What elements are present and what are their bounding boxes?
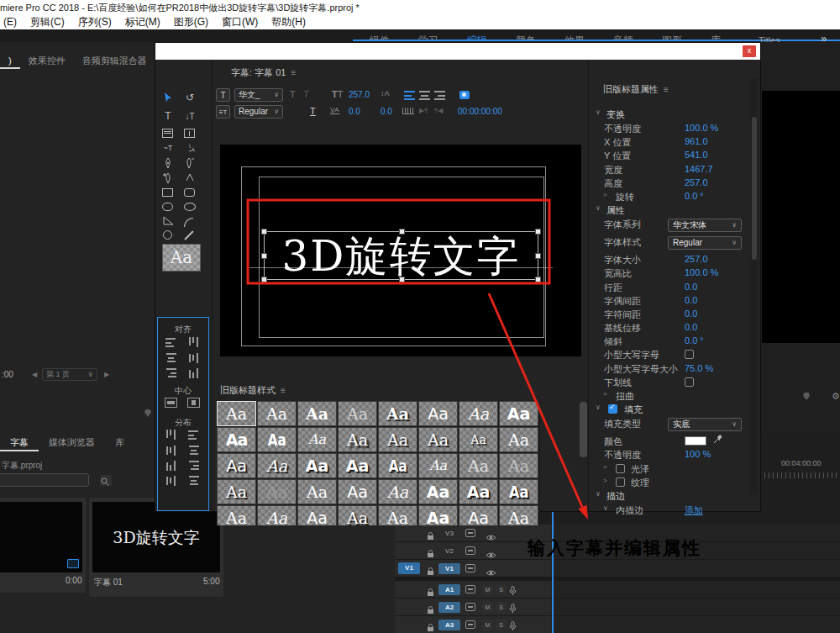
menu-item[interactable]: 窗口(W) [222, 15, 258, 29]
title-style-swatch[interactable]: Aa [297, 505, 337, 525]
title-style-swatch[interactable]: Aa [217, 453, 256, 478]
panel-tab[interactable]: 库 [105, 435, 134, 451]
property-value[interactable]: 0.0 [685, 322, 697, 332]
tab-stops-icon[interactable] [402, 108, 414, 114]
property-checkbox[interactable] [685, 377, 694, 387]
wedge-tool[interactable] [160, 216, 176, 229]
section-title[interactable]: 填充 [624, 404, 643, 416]
selection-handle[interactable] [535, 229, 541, 235]
marker-icon[interactable] [803, 393, 810, 400]
expander-chevron-icon[interactable]: ∨ [596, 108, 601, 116]
property-value[interactable]: 75.0 % [685, 363, 713, 373]
property-value[interactable]: 100.0 % [685, 123, 718, 133]
title-style-swatch[interactable]: Aa [217, 427, 256, 452]
properties-scrollbar[interactable] [751, 78, 758, 494]
selection-tool[interactable] [160, 92, 176, 105]
track-name-badge[interactable]: A2 [438, 602, 460, 613]
dialog-titlebar[interactable]: x [155, 43, 760, 60]
timeline-ruler[interactable]: 0 00:04:00:00 [748, 459, 840, 472]
align-center-button[interactable] [419, 91, 430, 100]
menu-item[interactable]: 帮助(H) [271, 15, 306, 29]
panel-tab[interactable]: 效果控件 [20, 52, 74, 69]
search-icon[interactable] [100, 475, 112, 486]
background-video-button[interactable] [459, 91, 470, 99]
selection-handle[interactable] [261, 277, 267, 282]
title-style-swatch[interactable]: Aa [418, 505, 458, 525]
expander-chevron-icon[interactable]: ∨ [596, 490, 601, 498]
styles-scrollbar[interactable] [580, 402, 587, 457]
area-type-tool[interactable] [162, 129, 173, 138]
property-value[interactable]: 0.0 [685, 295, 697, 305]
title-style-swatch[interactable]: Aa [217, 401, 256, 426]
page-dropdown[interactable]: 第 1 页 ∨ [42, 368, 97, 381]
panel-tab[interactable]: 字幕 [0, 435, 39, 451]
selection-handle[interactable] [261, 253, 267, 259]
line-tool[interactable] [184, 230, 193, 240]
rounded-rectangle-tool[interactable] [184, 188, 195, 197]
expander-chevron-icon[interactable]: > [603, 477, 607, 484]
menu-item[interactable]: 标记(M) [125, 15, 160, 29]
align-horizontal-right-icon[interactable] [165, 368, 176, 377]
property-dropdown[interactable]: Regular∨ [668, 236, 742, 250]
paragraph-type-button[interactable]: ≡T [216, 105, 230, 119]
title-style-swatch[interactable]: Aa [378, 427, 417, 452]
center-vertical-icon[interactable] [187, 398, 200, 408]
property-value[interactable]: 100.0 % [685, 267, 718, 277]
properties-panel-tab[interactable]: 旧版标题属性≡ [603, 83, 669, 96]
rotation-tool[interactable]: ↺ [182, 92, 197, 105]
title-style-swatch[interactable]: Aa [418, 479, 458, 504]
track-name-badge[interactable]: A3 [438, 620, 460, 630]
title-style-swatch[interactable]: Aa [418, 427, 458, 452]
property-value[interactable]: 100 % [685, 449, 711, 459]
add-anchor-pen-tool[interactable] [160, 172, 176, 186]
title-style-swatch[interactable]: Aa [297, 401, 337, 426]
arc-tool[interactable] [184, 218, 193, 227]
playhead[interactable] [552, 511, 554, 633]
title-style-swatch[interactable]: Aa [338, 479, 377, 504]
path-type-tool[interactable]: ~T [160, 142, 176, 156]
menu-item[interactable]: 序列(S) [78, 15, 112, 29]
color-swatch[interactable] [685, 436, 706, 446]
title-style-swatch[interactable]: Aa [338, 453, 377, 478]
panel-tab[interactable]: 音频剪辑混合器 [74, 52, 155, 69]
styles-panel-tab[interactable]: 旧版标题样式≡ [220, 384, 286, 397]
font-size-value[interactable]: 257.0 [349, 90, 370, 99]
panel-tab[interactable]: ) [0, 52, 20, 69]
rectangle-tool[interactable] [162, 188, 173, 197]
expander-chevron-icon[interactable]: ∨ [596, 404, 601, 411]
track-name-badge[interactable]: V3 [438, 528, 460, 539]
close-button[interactable]: x [743, 45, 756, 57]
title-style-swatch[interactable]: Aa [378, 401, 417, 426]
timecode-display[interactable]: 00:00:00:00 [458, 107, 502, 116]
title-style-swatch[interactable]: Aa [217, 479, 256, 504]
kerning-value[interactable]: 0.0 [349, 107, 360, 116]
vertical-path-type-tool[interactable]: ~T [181, 140, 198, 158]
style-swatch-preview[interactable]: Aa [162, 244, 201, 272]
center-horizontal-icon[interactable] [165, 398, 177, 408]
selection-handle[interactable] [535, 253, 541, 259]
track-name-badge[interactable]: A1 [438, 584, 460, 595]
font-style-dropdown[interactable]: Regular∨ [234, 105, 283, 119]
property-checkbox[interactable] [685, 350, 694, 359]
ellipse-tool[interactable] [163, 230, 172, 240]
title-style-swatch[interactable]: Aa [297, 453, 337, 478]
align-vertical-bottom-icon[interactable] [189, 367, 198, 378]
property-checkbox[interactable] [616, 464, 625, 473]
pen-tool[interactable] [160, 157, 176, 171]
title-panel-tab[interactable]: 字幕: 字幕 01≡ [231, 66, 296, 79]
type-tool[interactable]: T [160, 110, 176, 124]
source-patch-badge[interactable]: V1 [398, 562, 420, 574]
prev-page-button[interactable]: ◀ [32, 371, 37, 378]
title-style-swatch[interactable]: Aa [257, 427, 297, 452]
faux-bold-button[interactable]: T [290, 89, 296, 99]
property-dropdown[interactable]: 华文宋体∨ [668, 219, 742, 232]
align-horizontal-center-icon[interactable] [165, 353, 176, 362]
distribute-vspace-icon[interactable] [166, 475, 176, 486]
search-input[interactable] [0, 473, 89, 487]
property-value[interactable]: 0.0 ° [685, 191, 704, 201]
font-family-dropdown[interactable]: 华文_∨ [234, 88, 283, 102]
audio-track-row[interactable]: A1 M S [395, 581, 840, 599]
property-dropdown[interactable]: 实底∨ [668, 418, 742, 431]
track-sync-icon[interactable] [465, 564, 475, 572]
title-style-swatch[interactable]: Aa [459, 401, 498, 426]
